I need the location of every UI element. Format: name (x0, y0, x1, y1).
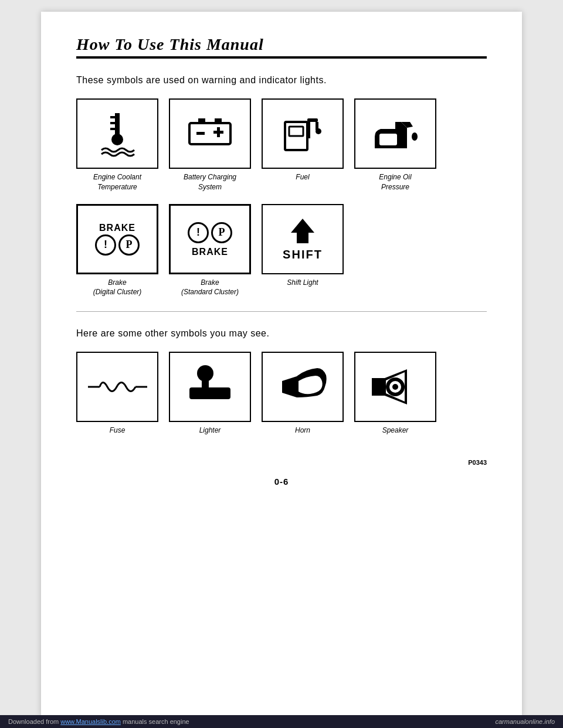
symbol-box-coolant (76, 98, 158, 169)
other-symbols-grid: Fuse Lighter (76, 352, 487, 436)
svg-rect-14 (307, 118, 318, 122)
footer-brand: carmanualonline.info (495, 718, 555, 725)
svg-rect-0 (115, 113, 120, 135)
svg-rect-7 (215, 118, 222, 124)
svg-rect-8 (196, 132, 205, 135)
brake-digital-text: BRAKE (99, 223, 135, 233)
symbol-brake-digital: BRAKE ! P Brake(Digital Cluster) (76, 204, 158, 298)
page-title: How To Use This Manual (76, 35, 487, 54)
p-circle-icon: P (118, 234, 140, 256)
brake-symbols-grid: BRAKE ! P Brake(Digital Cluster) ! P BRA… (76, 204, 487, 298)
label-lighter: Lighter (199, 426, 221, 436)
warning-symbols-grid: Engine CoolantTemperature Battery Ch (76, 98, 487, 192)
svg-rect-5 (189, 123, 230, 144)
symbol-fuel: Fuel (262, 98, 344, 192)
fuse-icon (85, 369, 150, 404)
speaker-icon (366, 360, 425, 413)
label-horn: Horn (295, 426, 310, 436)
symbol-lighter: Lighter (169, 352, 251, 436)
brake-standard-text: BRAKE (192, 247, 228, 257)
ref-code: P0343 (76, 459, 487, 466)
svg-marker-19 (291, 219, 314, 243)
symbol-box-brake-standard: ! P BRAKE (169, 204, 251, 274)
fuel-icon (276, 110, 329, 157)
svg-rect-6 (198, 118, 205, 124)
shift-content: SHIFT (283, 216, 323, 261)
exclamation-circle-icon: ! (95, 234, 116, 256)
page-container: How To Use This Manual These symbols are… (41, 12, 522, 716)
symbol-box-horn (262, 352, 344, 422)
section2-intro: Here are some other symbols you may see. (76, 328, 487, 339)
shift-label: SHIFT (283, 248, 323, 261)
svg-rect-18 (379, 134, 397, 145)
horn-icon (273, 363, 332, 410)
footer-site-link[interactable]: www.Manualslib.com (60, 718, 121, 725)
svg-rect-23 (202, 373, 209, 387)
label-brake-digital: Brake(Digital Cluster) (93, 278, 142, 298)
symbol-box-brake-digital: BRAKE ! P (76, 204, 158, 274)
svg-rect-10 (217, 127, 220, 137)
brake-standard-icons: ! P (188, 222, 232, 243)
label-fuse: Fuse (110, 426, 126, 436)
symbol-box-speaker (354, 352, 436, 422)
svg-rect-12 (289, 127, 303, 136)
symbol-shift: SHIFT Shift Light (262, 204, 344, 298)
symbol-box-shift: SHIFT (262, 204, 344, 274)
coolant-icon (91, 110, 144, 157)
label-engine-coolant: Engine CoolantTemperature (93, 172, 141, 192)
svg-point-16 (316, 128, 321, 134)
symbol-box-battery (169, 98, 251, 169)
svg-rect-13 (307, 122, 310, 138)
symbol-box-fuel (262, 98, 344, 169)
footer-downloaded-text: Downloaded from (8, 718, 59, 725)
symbol-fuse: Fuse (76, 352, 158, 436)
label-oil: Engine OilPressure (379, 172, 411, 192)
symbol-battery: Battery ChargingSystem (169, 98, 251, 192)
battery-icon (184, 110, 236, 157)
svg-rect-25 (372, 378, 385, 396)
section-divider (76, 311, 487, 312)
svg-rect-1 (110, 116, 115, 118)
svg-rect-3 (110, 128, 115, 130)
label-speaker: Speaker (382, 426, 409, 436)
title-divider (76, 56, 487, 59)
svg-point-30 (392, 384, 398, 390)
symbol-box-fuse (76, 352, 158, 422)
exclamation-circle-standard-icon: ! (188, 222, 209, 243)
symbol-oil: Engine OilPressure (354, 98, 436, 192)
symbol-engine-coolant: Engine CoolantTemperature (76, 98, 158, 192)
footer-bar: Downloaded from www.Manualslib.com manua… (0, 715, 563, 728)
page-number: 0-6 (76, 477, 487, 487)
symbol-box-lighter (169, 352, 251, 422)
section1-intro: These symbols are used on warning and in… (76, 75, 487, 86)
lighter-icon (181, 360, 239, 413)
svg-rect-24 (189, 387, 230, 399)
label-fuel: Fuel (296, 172, 309, 182)
svg-point-17 (412, 132, 418, 141)
p-circle-standard-icon: P (211, 222, 232, 243)
symbol-box-oil (354, 98, 436, 169)
svg-rect-2 (110, 122, 115, 124)
brake-digital-icons: ! P (95, 234, 140, 256)
label-brake-standard: Brake(Standard Cluster) (181, 278, 239, 298)
footer-after-text: manuals search engine (123, 718, 189, 725)
oil-icon (369, 110, 422, 157)
label-shift: Shift Light (287, 278, 318, 288)
label-battery: Battery ChargingSystem (184, 172, 236, 192)
symbol-brake-standard: ! P BRAKE Brake(Standard Cluster) (169, 204, 251, 298)
symbol-horn: Horn (262, 352, 344, 436)
symbol-speaker: Speaker (354, 352, 436, 436)
svg-point-4 (111, 134, 123, 145)
shift-arrow-icon (288, 216, 317, 246)
